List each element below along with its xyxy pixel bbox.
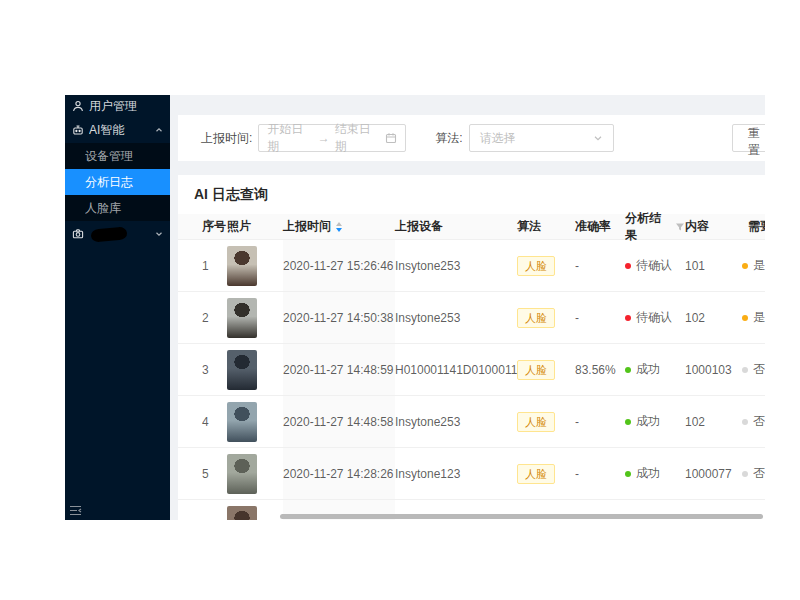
result-text: 成功 (636, 465, 660, 482)
sidebar-item-redacted[interactable] (65, 221, 170, 247)
report-device-cell: Insytone253 (395, 311, 517, 325)
report-device-cell: H010001141D0100011560 (395, 363, 517, 377)
algorithm-tag: 人脸 (517, 412, 555, 432)
table-header-row: 序号 照片 上报时间 上报设备 算法 准确率 分析结果 (178, 214, 765, 240)
content-cell: 102 (685, 415, 742, 429)
result-text: 待确认 (636, 257, 672, 274)
row-number: 2 (178, 311, 227, 325)
col-header-report-device: 上报设备 (395, 218, 517, 235)
report-device-cell: Insytone253 (395, 415, 517, 429)
table-body: 1 2020-11-27 15:26:46 Insytone253 人脸 - 待… (178, 240, 765, 520)
horizontal-scrollbar[interactable] (280, 514, 763, 519)
caret-up-icon (336, 222, 342, 226)
need-dot (742, 263, 748, 269)
col-header-photo: 照片 (227, 218, 283, 235)
sidebar-item-label: 分析日志 (85, 174, 163, 191)
status-dot (625, 367, 631, 373)
result-text: 成功 (636, 361, 660, 378)
content-cell: 1000103 (685, 363, 742, 377)
table-row[interactable]: 2 2020-11-27 14:50:38 Insytone253 人脸 - 待… (178, 292, 765, 344)
content-cell: 1000077 (685, 467, 742, 481)
face-photo[interactable] (227, 402, 257, 442)
result-text: 待确认 (636, 309, 672, 326)
sidebar-item-face-library[interactable]: 人脸库 (65, 195, 170, 221)
content-cell: 101 (685, 259, 742, 273)
sidebar-item-ai[interactable]: AI智能 (65, 117, 170, 143)
accuracy-cell: 83.56% (575, 363, 625, 377)
reset-button[interactable]: 重 置 (732, 124, 765, 152)
algorithm-tag: 人脸 (517, 464, 555, 484)
col-header-need-confirm: 需要确认 (742, 218, 765, 235)
caret-down-icon (336, 228, 342, 232)
col-header-analysis-result: 分析结果 (625, 210, 685, 244)
face-photo[interactable] (227, 298, 257, 338)
face-photo[interactable] (227, 350, 257, 390)
user-icon (72, 100, 84, 112)
col-header-no: 序号 (178, 218, 227, 235)
face-photo[interactable] (227, 506, 257, 521)
redacted-label (91, 226, 128, 242)
row-number: 5 (178, 467, 227, 481)
content-cell: 102 (685, 311, 742, 325)
algorithm-tag: 人脸 (517, 360, 555, 380)
filter-bar: 上报时间: 开始日期 → 结束日期 算法: 请选择 (178, 115, 765, 161)
face-photo[interactable] (227, 454, 257, 494)
need-text: 否 (753, 413, 765, 430)
sidebar-item-label: 设备管理 (85, 148, 163, 165)
algorithm-placeholder: 请选择 (480, 130, 516, 147)
table-row[interactable]: 4 2020-11-27 14:48:58 Insytone253 人脸 - 成… (178, 396, 765, 448)
algorithm-select[interactable]: 请选择 (469, 124, 614, 152)
sidebar-item-label: AI智能 (89, 122, 150, 139)
menu-fold-icon[interactable] (69, 505, 82, 516)
start-date-placeholder: 开始日期 (267, 121, 313, 155)
report-time-cell: 2020-11-27 14:28:26 (283, 448, 395, 499)
accuracy-cell: - (575, 467, 625, 481)
need-text: 是 (753, 257, 765, 274)
table-row[interactable]: 1 2020-11-27 15:26:46 Insytone253 人脸 - 待… (178, 240, 765, 292)
need-text: 否 (753, 465, 765, 482)
main-content: 上报时间: 开始日期 → 结束日期 算法: 请选择 (170, 95, 765, 520)
report-time-label: 上报时间: (201, 130, 252, 147)
need-dot (742, 367, 748, 373)
chevron-down-icon (593, 133, 603, 143)
need-text: 否 (753, 361, 765, 378)
range-arrow-icon: → (318, 131, 330, 145)
sidebar-item-label: 用户管理 (89, 98, 163, 115)
date-range-picker[interactable]: 开始日期 → 结束日期 (258, 124, 406, 152)
status-dot (625, 315, 631, 321)
status-dot (625, 471, 631, 477)
need-dot (742, 471, 748, 477)
sort-icons[interactable] (336, 222, 342, 232)
end-date-placeholder: 结束日期 (335, 121, 381, 155)
table-card: AI 日志查询 序号 照片 上报时间 上报设备 算法 准确率 (178, 175, 765, 520)
sidebar: 用户管理 AI智能 设 (65, 95, 170, 520)
col-header-algorithm: 算法 (517, 218, 575, 235)
screenshot-canvas: 用户管理 AI智能 设 (0, 0, 800, 600)
algorithm-label: 算法: (435, 130, 462, 147)
sidebar-item-analysis-log[interactable]: 分析日志 (65, 169, 170, 195)
status-dot (625, 263, 631, 269)
result-text: 成功 (636, 413, 660, 430)
sidebar-submenu: 设备管理 分析日志 人脸库 (65, 143, 170, 221)
report-time-cell: 2020-11-27 14:50:38 (283, 292, 395, 343)
col-header-accuracy: 准确率 (575, 218, 625, 235)
report-device-cell: Insytone253 (395, 259, 517, 273)
calendar-icon (385, 132, 397, 144)
table-title: AI 日志查询 (178, 175, 765, 214)
camera-icon (72, 228, 84, 240)
table-row[interactable]: 3 2020-11-27 14:48:59 H010001141D0100011… (178, 344, 765, 396)
face-photo[interactable] (227, 246, 257, 286)
sidebar-item-device-management[interactable]: 设备管理 (65, 143, 170, 169)
report-time-cell: 2020-11-27 15:26:46 (283, 240, 395, 291)
chevron-down-icon (155, 230, 163, 238)
report-time-cell: 2020-11-27 14:48:58 (283, 396, 395, 447)
sidebar-item-user-management[interactable]: 用户管理 (65, 95, 170, 117)
algorithm-tag: 人脸 (517, 308, 555, 328)
sidebar-item-label: 人脸库 (85, 200, 163, 217)
chevron-up-icon (155, 126, 163, 134)
accuracy-cell: - (575, 259, 625, 273)
report-device-cell: Insytone123 (395, 467, 517, 481)
col-header-report-time[interactable]: 上报时间 (283, 218, 395, 235)
table-row[interactable]: 5 2020-11-27 14:28:26 Insytone123 人脸 - 成… (178, 448, 765, 500)
filter-funnel-icon[interactable] (675, 222, 685, 232)
